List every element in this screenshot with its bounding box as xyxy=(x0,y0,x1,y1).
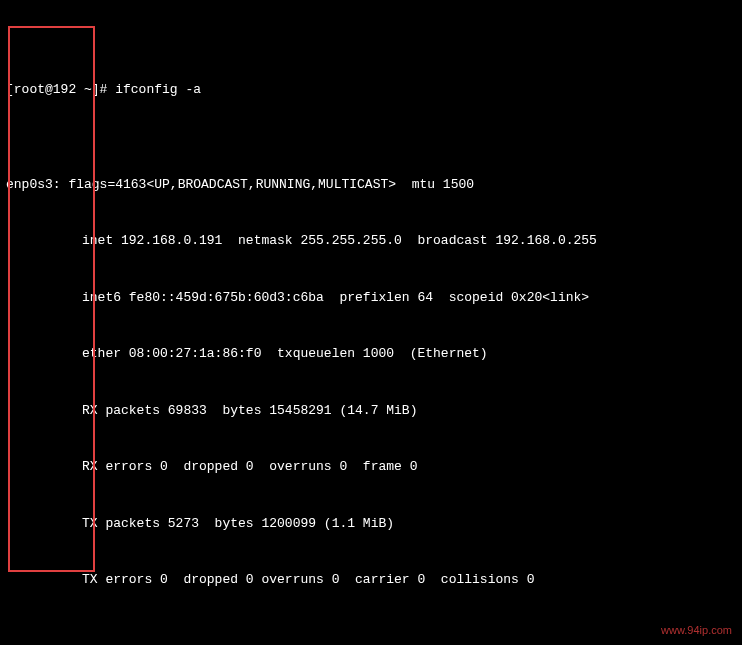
interface-block: enp0s3: flags=4163<UP,BROADCAST,RUNNING,… xyxy=(6,138,736,609)
interface-detail: TX errors 0 dropped 0 overruns 0 carrier… xyxy=(6,571,736,590)
watermark-text: www.94ip.com xyxy=(661,623,732,639)
command-prompt: [root@192 ~]# ifconfig -a xyxy=(6,81,736,100)
interface-detail: RX errors 0 dropped 0 overruns 0 frame 0 xyxy=(6,458,736,477)
interface-detail: RX packets 69833 bytes 15458291 (14.7 Mi… xyxy=(6,402,736,421)
interface-detail: TX packets 5273 bytes 1200099 (1.1 MiB) xyxy=(6,515,736,534)
interface-detail: ether 08:00:27:1a:86:f0 txqueuelen 1000 … xyxy=(6,345,736,364)
interface-header: enp0s3: flags=4163<UP,BROADCAST,RUNNING,… xyxy=(6,176,736,195)
interface-detail: inet6 fe80::459d:675b:60d3:c6ba prefixle… xyxy=(6,289,736,308)
interface-detail: inet 192.168.0.191 netmask 255.255.255.0… xyxy=(6,232,736,251)
